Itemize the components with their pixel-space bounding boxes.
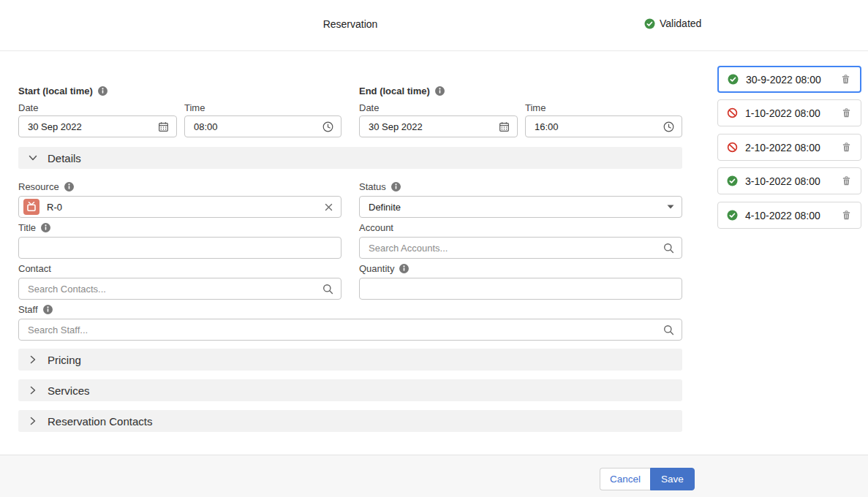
footer-button-group: Cancel Save bbox=[600, 468, 695, 490]
end-group-label: End (local time) bbox=[359, 86, 445, 96]
delete-occurrence-button[interactable] bbox=[841, 210, 852, 221]
section-reservation-contacts[interactable]: Reservation Contacts bbox=[18, 410, 682, 432]
end-date-input[interactable] bbox=[369, 121, 499, 132]
staff-lookup-input[interactable] bbox=[28, 325, 663, 335]
validation-status-label: Validated bbox=[660, 18, 701, 29]
end-date-field[interactable] bbox=[359, 115, 518, 137]
search-icon[interactable] bbox=[663, 243, 674, 254]
calendar-icon[interactable] bbox=[158, 121, 169, 132]
trash-icon bbox=[841, 107, 852, 118]
occurrence-card[interactable]: 30-9-2022 08:00 bbox=[717, 66, 861, 93]
chevron-right-icon bbox=[28, 385, 38, 395]
clock-icon[interactable] bbox=[663, 121, 674, 132]
dropdown-arrow-icon bbox=[667, 205, 674, 209]
title-label-text: Title bbox=[18, 222, 36, 233]
account-label: Account bbox=[359, 222, 393, 233]
search-icon[interactable] bbox=[322, 284, 333, 295]
section-pricing-label: Pricing bbox=[48, 354, 81, 366]
status-label-text: Status bbox=[359, 181, 386, 192]
end-time-field[interactable] bbox=[525, 115, 682, 137]
resource-tv-icon bbox=[23, 199, 39, 215]
reservation-dialog: Reservation Validated Start (local time)… bbox=[0, 0, 868, 497]
chevron-down-icon bbox=[28, 153, 38, 163]
start-date-input[interactable] bbox=[28, 121, 158, 132]
occurrence-card[interactable]: 2-10-2022 08:00 bbox=[717, 134, 861, 161]
occurrence-label: 3-10-2022 08:00 bbox=[745, 175, 820, 187]
staff-label-text: Staff bbox=[18, 304, 38, 315]
title-label: Title bbox=[18, 222, 50, 233]
info-icon[interactable] bbox=[435, 86, 445, 96]
check-circle-icon bbox=[727, 210, 738, 221]
section-details-label: Details bbox=[48, 152, 81, 164]
calendar-icon[interactable] bbox=[499, 121, 510, 132]
cancel-button[interactable]: Cancel bbox=[600, 468, 650, 490]
account-lookup-input[interactable] bbox=[369, 243, 663, 254]
occurrence-label: 1-10-2022 08:00 bbox=[745, 107, 820, 119]
resource-field[interactable] bbox=[18, 196, 341, 218]
delete-occurrence-button[interactable] bbox=[841, 142, 852, 153]
check-circle-icon bbox=[644, 18, 655, 29]
section-details[interactable]: Details bbox=[18, 147, 682, 169]
status-selected-value: Definite bbox=[369, 202, 667, 213]
contact-label: Contact bbox=[18, 263, 51, 274]
start-time-label: Time bbox=[184, 102, 205, 113]
header: Reservation Validated bbox=[0, 0, 868, 51]
page-title: Reservation bbox=[323, 18, 378, 30]
quantity-input[interactable] bbox=[369, 284, 674, 295]
validation-status-badge: Validated bbox=[644, 18, 701, 29]
resource-input[interactable] bbox=[47, 202, 324, 213]
save-button[interactable]: Save bbox=[650, 468, 695, 490]
status-select[interactable]: Definite bbox=[359, 196, 682, 218]
end-time-input[interactable] bbox=[535, 121, 663, 132]
quantity-label: Quantity bbox=[359, 263, 409, 274]
occurrence-card[interactable]: 1-10-2022 08:00 bbox=[717, 99, 861, 126]
end-time-label: Time bbox=[525, 102, 546, 113]
clear-icon[interactable] bbox=[324, 202, 333, 212]
start-group-label: Start (local time) bbox=[18, 86, 107, 96]
status-label: Status bbox=[359, 181, 401, 192]
trash-icon bbox=[841, 210, 852, 221]
title-field[interactable] bbox=[18, 237, 341, 259]
staff-label: Staff bbox=[18, 304, 53, 315]
occurrence-label: 4-10-2022 08:00 bbox=[745, 210, 820, 221]
occurrence-label: 2-10-2022 08:00 bbox=[745, 142, 820, 153]
info-icon[interactable] bbox=[391, 182, 401, 191]
title-input[interactable] bbox=[28, 243, 333, 254]
chevron-right-icon bbox=[28, 416, 38, 426]
start-date-label: Date bbox=[18, 102, 38, 113]
resource-label-text: Resource bbox=[18, 181, 59, 192]
check-circle-icon bbox=[727, 175, 738, 186]
clock-icon[interactable] bbox=[322, 121, 333, 132]
contact-lookup-input[interactable] bbox=[28, 284, 322, 295]
start-time-input[interactable] bbox=[194, 121, 322, 132]
start-date-field[interactable] bbox=[18, 115, 177, 137]
staff-lookup-field[interactable] bbox=[18, 319, 682, 341]
info-icon[interactable] bbox=[43, 305, 53, 314]
section-pricing[interactable]: Pricing bbox=[18, 349, 682, 371]
occurrence-card[interactable]: 4-10-2022 08:00 bbox=[717, 202, 861, 229]
trash-icon bbox=[841, 142, 852, 153]
start-label-text: Start (local time) bbox=[18, 86, 93, 96]
section-services-label: Services bbox=[48, 384, 90, 397]
footer-bar: Cancel Save bbox=[0, 455, 868, 497]
search-icon[interactable] bbox=[663, 325, 674, 335]
trash-icon bbox=[840, 74, 851, 85]
delete-occurrence-button[interactable] bbox=[840, 74, 851, 85]
start-time-field[interactable] bbox=[184, 115, 341, 137]
section-reservation-contacts-label: Reservation Contacts bbox=[48, 415, 152, 428]
quantity-field[interactable] bbox=[359, 278, 682, 300]
occurrence-card[interactable]: 3-10-2022 08:00 bbox=[717, 167, 861, 194]
delete-occurrence-button[interactable] bbox=[841, 107, 852, 118]
contact-lookup-field[interactable] bbox=[18, 278, 341, 300]
account-lookup-field[interactable] bbox=[359, 237, 682, 259]
info-icon[interactable] bbox=[64, 182, 74, 191]
no-entry-icon bbox=[727, 107, 738, 118]
trash-icon bbox=[841, 175, 852, 186]
info-icon[interactable] bbox=[399, 264, 409, 273]
section-services[interactable]: Services bbox=[18, 379, 682, 401]
info-icon[interactable] bbox=[98, 86, 107, 96]
resource-label: Resource bbox=[18, 181, 74, 192]
delete-occurrence-button[interactable] bbox=[841, 175, 852, 186]
occurrence-label: 30-9-2022 08:00 bbox=[746, 74, 821, 86]
info-icon[interactable] bbox=[41, 223, 50, 232]
